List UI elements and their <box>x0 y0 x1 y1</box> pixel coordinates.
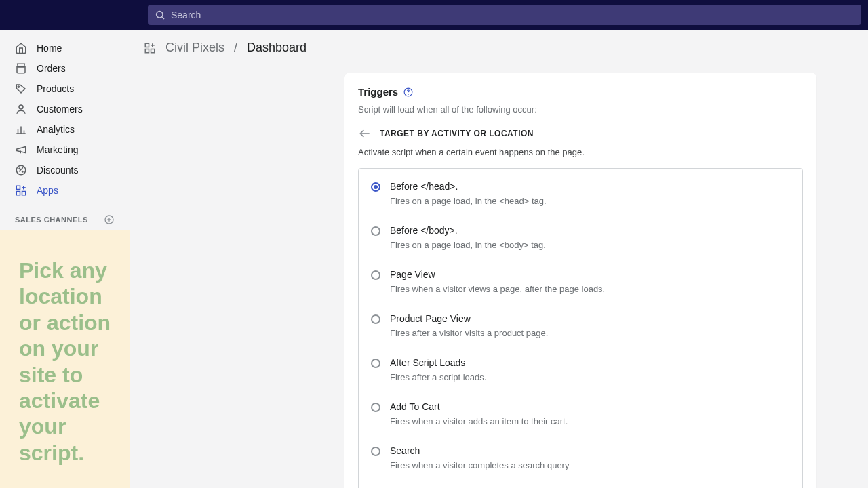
sidebar-item-label: Marketing <box>37 144 78 155</box>
main-content: Civil Pixels / Dashboard Triggers Script… <box>130 30 868 488</box>
sidebar-item-home[interactable]: Home <box>0 38 130 58</box>
radio-description: Fires after a visitor visits a product p… <box>390 328 790 338</box>
sidebar-item-discounts[interactable]: Discounts <box>0 160 130 180</box>
sidebar-item-apps[interactable]: Apps <box>0 180 130 201</box>
apps-breadcrumb-icon <box>144 42 156 54</box>
svg-rect-21 <box>145 49 149 52</box>
card-subtitle: Script will load when all of the followi… <box>358 104 803 115</box>
sidebar-item-label: Products <box>37 83 74 94</box>
sidebar-item-label: Customers <box>37 104 83 115</box>
back-arrow-icon[interactable] <box>358 127 372 140</box>
promo-overlay: Pick any location or action on your site… <box>0 230 130 488</box>
sales-channels-header: SALES CHANNELS <box>0 209 130 230</box>
customers-icon <box>15 103 27 115</box>
sidebar-item-marketing[interactable]: Marketing <box>0 140 130 160</box>
triggers-card: Triggers Script will load when all of th… <box>344 73 816 488</box>
orders-icon <box>15 62 27 75</box>
trigger-option[interactable]: Page ViewFires when a visitor views a pa… <box>359 260 802 304</box>
search-icon <box>155 9 165 20</box>
trigger-option[interactable]: SearchFires when a visitor completes a s… <box>359 436 802 480</box>
promo-text: Pick any location or action on your site… <box>19 258 111 466</box>
radio-button[interactable] <box>371 403 380 426</box>
trigger-option[interactable]: Before </body>.Fires on a page load, in … <box>359 216 802 260</box>
sidebar-item-label: Discounts <box>37 165 78 176</box>
radio-description: Fires after a script loads. <box>390 372 790 382</box>
apps-icon <box>15 184 27 197</box>
svg-point-10 <box>22 171 24 173</box>
svg-rect-11 <box>16 186 20 189</box>
radio-description: Fires on a page load, in the <body> tag. <box>390 240 790 250</box>
help-icon[interactable] <box>403 87 413 97</box>
svg-point-3 <box>19 105 23 109</box>
section-label: SALES CHANNELS <box>15 216 88 224</box>
section-description: Activate script when a certain event hap… <box>358 147 803 157</box>
radio-description: Fires when a visitor completes a search … <box>390 460 790 470</box>
sidebar: Home Orders Products Customers Analytics… <box>0 30 130 488</box>
radio-label: Product Page View <box>390 313 790 324</box>
radio-button[interactable] <box>371 314 380 338</box>
search-wrap <box>130 5 868 25</box>
discounts-icon <box>15 164 27 176</box>
radio-button[interactable] <box>371 359 380 382</box>
radio-label: Before </head>. <box>390 181 790 192</box>
search-input[interactable] <box>171 9 854 20</box>
topbar-logo-spacer <box>0 0 130 30</box>
svg-rect-12 <box>16 192 20 195</box>
sidebar-item-label: Orders <box>37 63 66 74</box>
trigger-option[interactable]: Product Page ViewFires after a visitor v… <box>359 304 802 348</box>
svg-rect-13 <box>22 192 26 195</box>
svg-point-0 <box>157 12 163 18</box>
sidebar-item-products[interactable]: Products <box>0 79 130 99</box>
sidebar-item-label: Analytics <box>37 124 75 135</box>
breadcrumb: Civil Pixels / Dashboard <box>130 30 868 66</box>
trigger-option[interactable]: Add To CartFires when a visitor adds an … <box>359 392 802 436</box>
radio-button[interactable] <box>371 182 380 206</box>
sidebar-item-label: Apps <box>37 185 58 196</box>
radio-label: After Script Loads <box>390 357 790 368</box>
marketing-icon <box>15 144 27 156</box>
trigger-radio-list: Before </head>.Fires on a page load, in … <box>358 168 803 488</box>
svg-point-2 <box>18 86 19 87</box>
svg-point-26 <box>408 94 409 94</box>
radio-button[interactable] <box>371 226 380 250</box>
svg-line-1 <box>162 17 164 19</box>
breadcrumb-root[interactable]: Civil Pixels <box>165 41 224 55</box>
trigger-option[interactable]: Purchase CompleteFires on the thank you … <box>359 480 802 488</box>
sidebar-item-customers[interactable]: Customers <box>0 99 130 119</box>
add-channel-icon[interactable] <box>104 214 115 225</box>
breadcrumb-current: Dashboard <box>247 41 307 55</box>
search-box[interactable] <box>148 5 861 25</box>
products-icon <box>15 83 27 95</box>
section-heading: TARGET BY ACTIVITY OR LOCATION <box>380 129 534 138</box>
sidebar-item-label: Home <box>37 43 62 54</box>
svg-rect-22 <box>151 49 155 52</box>
radio-label: Add To Cart <box>390 401 790 412</box>
svg-point-9 <box>19 168 20 169</box>
radio-label: Page View <box>390 269 790 280</box>
card-title: Triggers <box>358 86 398 98</box>
analytics-icon <box>15 123 27 136</box>
radio-description: Fires on a page load, in the <head> tag. <box>390 196 790 206</box>
radio-description: Fires when a visitor views a page, after… <box>390 284 790 294</box>
topbar <box>0 0 868 30</box>
home-icon <box>15 42 27 54</box>
svg-rect-20 <box>145 43 149 47</box>
radio-button[interactable] <box>371 270 380 294</box>
radio-description: Fires when a visitor adds an item to the… <box>390 416 790 426</box>
radio-label: Before </body>. <box>390 225 790 236</box>
breadcrumb-sep: / <box>234 41 237 55</box>
trigger-option[interactable]: Before </head>.Fires on a page load, in … <box>359 171 802 216</box>
sidebar-item-analytics[interactable]: Analytics <box>0 119 130 140</box>
radio-label: Search <box>390 445 790 456</box>
radio-button[interactable] <box>371 447 380 470</box>
sidebar-item-orders[interactable]: Orders <box>0 58 130 79</box>
trigger-option[interactable]: After Script LoadsFires after a script l… <box>359 348 802 392</box>
